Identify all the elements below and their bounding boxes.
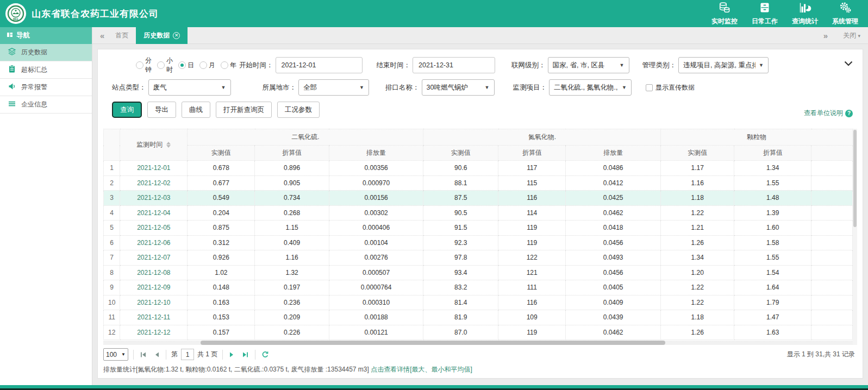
value-cell: 0.0462 <box>566 325 661 340</box>
table-row[interactable]: 122021-12-120.1570.2260.0012187.01190.04… <box>104 325 853 340</box>
first-page-icon[interactable] <box>139 351 148 358</box>
table-row[interactable]: 62021-12-060.3120.4090.0010492.31190.045… <box>104 235 853 250</box>
period-radio[interactable]: 分钟 <box>136 56 152 74</box>
start-time-input[interactable]: 2021-12-01 <box>276 57 363 73</box>
value-cell: 0.678 <box>188 161 255 176</box>
prev-page-icon[interactable] <box>153 351 161 358</box>
nav-realtime-monitor[interactable]: 实时监控 <box>709 1 740 26</box>
condition-params-button[interactable]: 工况参数 <box>277 102 320 118</box>
nav-system-admin[interactable]: 系统管理 <box>830 1 860 26</box>
period-radio[interactable]: 月 <box>199 61 215 70</box>
date-cell[interactable]: 2021-12-09 <box>120 280 188 295</box>
date-cell[interactable]: 2021-12-04 <box>120 205 188 221</box>
unit-description-link[interactable]: 查看单位说明 ? <box>804 109 853 118</box>
value-cell <box>811 191 853 206</box>
value-cell: 0.00156 <box>329 191 423 206</box>
sidebar-item-abnormal-alarm[interactable]: 异常报警 <box>0 79 92 96</box>
date-cell[interactable]: 2021-12-02 <box>120 175 188 191</box>
horizontal-scrollbar[interactable] <box>103 341 853 345</box>
date-cell[interactable]: 2021-12-11 <box>120 310 188 325</box>
network-level-select[interactable]: 国家, 省, 市, 区县▼ <box>548 57 629 73</box>
table-row[interactable]: 32021-12-030.5490.7340.0015687.51160.042… <box>104 191 853 206</box>
period-radio-group: 分钟 小时 日 月 年 <box>136 56 239 74</box>
nav-grid-icon <box>7 32 13 40</box>
row-index: 12 <box>104 325 120 340</box>
query-button[interactable]: 查询 <box>112 102 142 118</box>
table-row[interactable]: 72021-12-070.9261.160.0027697.81220.0493… <box>104 250 853 266</box>
sidebar-item-history-data[interactable]: 历史数据 <box>0 44 92 61</box>
value-cell: 1.55 <box>734 175 811 191</box>
collapse-filters-chevron-icon[interactable] <box>844 60 853 68</box>
table-row[interactable]: 92021-12-090.1480.1970.000076483.21110.0… <box>104 280 853 295</box>
manage-type-select[interactable]: 违规项目, 高架源, 重点排放▼ <box>678 57 769 73</box>
table-row[interactable]: 112021-12-110.1530.2090.0018881.91090.04… <box>104 310 853 325</box>
last-page-icon[interactable] <box>241 351 250 358</box>
value-cell: 0.0425 <box>566 191 661 206</box>
table-row[interactable]: 52021-12-050.8751.150.00040691.51190.041… <box>104 221 853 236</box>
value-cell: 1.58 <box>734 235 811 250</box>
city-select[interactable]: 全部▼ <box>298 79 369 96</box>
date-cell[interactable]: 2021-12-06 <box>120 235 188 250</box>
sidebar-item-enterprise-info[interactable]: 企业信息 <box>0 96 92 114</box>
export-button[interactable]: 导出 <box>147 102 176 118</box>
end-time-input[interactable]: 2021-12-31 <box>413 57 495 73</box>
value-cell: 0.0405 <box>566 280 661 295</box>
table-row[interactable]: 82021-12-081.021.320.00050793.41210.0456… <box>104 265 853 280</box>
history-data-panel: 分钟 小时 日 月 年 开始时间： 2021-12-01 结束时间： 2021-… <box>97 49 863 379</box>
station-type-select[interactable]: 废气▼ <box>148 79 231 96</box>
vertical-scrollbar[interactable] <box>853 129 857 345</box>
table-row[interactable]: 12021-12-010.6780.8960.0035690.61170.048… <box>104 161 853 176</box>
period-radio[interactable]: 小时 <box>157 56 173 74</box>
outlet-select[interactable]: 30吨燃气锅炉▼ <box>422 79 495 96</box>
table-row[interactable]: 102021-12-100.1630.2360.00031081.41160.0… <box>104 295 853 310</box>
radio-icon <box>199 61 207 69</box>
refresh-icon[interactable] <box>260 351 270 358</box>
sort-icon[interactable] <box>166 142 171 148</box>
table-row[interactable]: 22021-12-020.6770.9050.00097088.11150.04… <box>104 175 853 191</box>
value-cell: 81.9 <box>423 310 498 325</box>
page-size-select[interactable]: 100▼ <box>103 348 128 361</box>
row-index: 7 <box>104 250 120 266</box>
date-cell[interactable]: 2021-12-03 <box>120 191 188 206</box>
value-cell <box>811 235 853 250</box>
period-radio[interactable]: 日 <box>178 61 194 70</box>
direct-data-checkbox[interactable] <box>646 84 653 91</box>
date-cell[interactable]: 2021-12-07 <box>120 250 188 266</box>
tab-close-icon[interactable]: ✕ <box>173 32 180 39</box>
period-radio[interactable]: 年 <box>221 61 236 70</box>
value-cell: 122 <box>498 250 566 266</box>
tabs-scroll-right-icon[interactable]: » <box>820 31 831 40</box>
value-cell: 1.17 <box>661 161 734 176</box>
vertical-scrollbar-thumb[interactable] <box>853 130 857 227</box>
tab-history-data[interactable]: 历史数据 ✕ <box>136 27 188 44</box>
date-cell[interactable]: 2021-12-12 <box>120 325 188 340</box>
value-cell: 0.905 <box>255 175 329 191</box>
value-cell: 117 <box>498 161 566 176</box>
new-query-page-button[interactable]: 打开新查询页 <box>216 102 272 118</box>
date-cell[interactable]: 2021-12-10 <box>120 295 188 310</box>
date-cell[interactable]: 2021-12-08 <box>120 265 188 280</box>
view-detail-link[interactable]: 点击查看详情[最大、最小和平均值] <box>371 366 472 373</box>
page-number-input[interactable]: 1 <box>181 349 194 360</box>
tabs-scroll-left-icon[interactable]: « <box>97 31 108 40</box>
tab-home[interactable]: 首页 <box>108 27 136 44</box>
table-row[interactable]: 42021-12-040.2040.2680.0030290.51140.046… <box>104 205 853 221</box>
value-cell: 119 <box>498 221 566 236</box>
date-cell[interactable]: 2021-12-05 <box>120 221 188 236</box>
clipboard-icon <box>8 65 16 75</box>
value-cell: 1.55 <box>734 250 811 266</box>
horizontal-scrollbar-thumb[interactable] <box>201 341 665 345</box>
monitor-items-select[interactable]: 二氧化硫., 氮氧化物., 颗粒物▼ <box>549 79 632 96</box>
value-cell: 90.5 <box>423 205 498 221</box>
company-logo-icon: MEE <box>5 3 26 24</box>
end-time-label: 结束时间： <box>377 61 411 70</box>
curve-button[interactable]: 曲线 <box>182 102 210 118</box>
nav-query-stats[interactable]: 查询统计 <box>790 1 820 26</box>
sidebar-item-exceedance-summary[interactable]: 超标汇总 <box>0 61 92 79</box>
next-page-icon[interactable] <box>228 351 236 358</box>
close-tabs-menu[interactable]: 关闭 ▾ <box>843 31 860 40</box>
sidebar-title-label: 导航 <box>16 31 30 40</box>
time-column-header[interactable]: 监测时间 <box>120 129 188 161</box>
nav-daily-work[interactable]: 日常工作 <box>750 1 780 26</box>
date-cell[interactable]: 2021-12-01 <box>120 161 188 176</box>
